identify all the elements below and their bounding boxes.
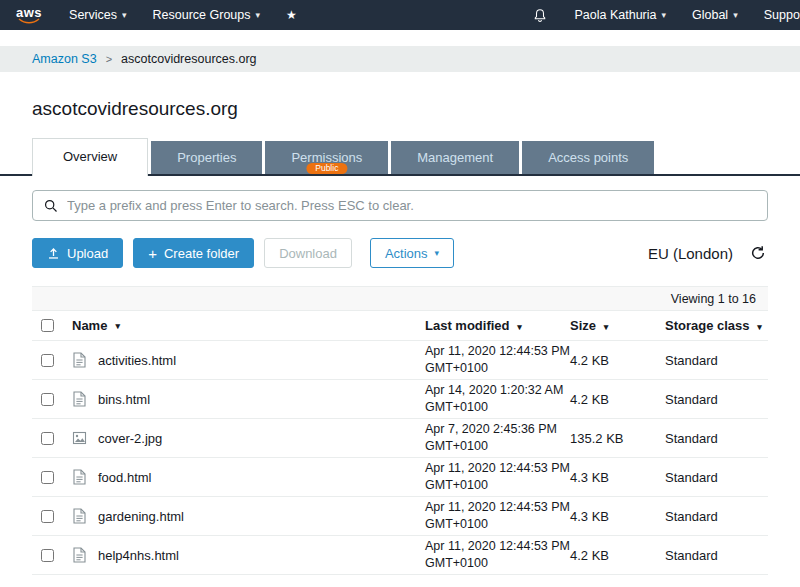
column-header-name-label: Name xyxy=(72,318,107,333)
row-checkbox[interactable] xyxy=(41,354,54,367)
table-row: help4nhs.html Apr 11, 2020 12:44:53 PM G… xyxy=(32,536,768,575)
size-cell: 4.2 KB xyxy=(570,392,665,407)
tab-access-points[interactable]: Access points xyxy=(522,141,654,174)
tab-overview[interactable]: Overview xyxy=(32,138,148,176)
size-cell: 135.2 KB xyxy=(570,431,665,446)
row-checkbox[interactable] xyxy=(41,471,54,484)
storage-class-cell: Standard xyxy=(665,470,768,485)
aws-logo[interactable]: aws xyxy=(10,7,56,24)
last-modified-date: Apr 11, 2020 12:44:53 PM xyxy=(425,460,570,477)
object-name-link[interactable]: gardening.html xyxy=(98,509,184,524)
row-checkbox[interactable] xyxy=(41,432,54,445)
row-select-cell xyxy=(32,432,72,445)
sort-arrow-icon: ▾ xyxy=(115,321,120,331)
prefix-search-input[interactable] xyxy=(67,198,756,213)
table-row: cover-2.jpg Apr 7, 2020 2:45:36 PM GMT+0… xyxy=(32,419,768,458)
table-row: activities.html Apr 11, 2020 12:44:53 PM… xyxy=(32,341,768,380)
tab-management[interactable]: Management xyxy=(391,141,519,174)
refresh-button[interactable] xyxy=(748,243,768,263)
tab-bar: Overview Properties Permissions Public M… xyxy=(0,138,800,176)
last-modified-cell: Apr 14, 2020 1:20:32 AM GMT+0100 xyxy=(425,382,570,416)
tab-label: Management xyxy=(417,150,493,165)
row-checkbox[interactable] xyxy=(41,393,54,406)
top-navbar: aws Services ▾ Resource Groups ▾ ★ Paola… xyxy=(0,0,800,30)
nav-user-label: Paola Kathuria xyxy=(574,8,656,22)
column-header-last-modified-label: Last modified xyxy=(425,318,510,333)
viewing-count: Viewing 1 to 16 xyxy=(671,292,756,306)
last-modified-cell: Apr 11, 2020 12:44:53 PM GMT+0100 xyxy=(425,460,570,494)
tab-permissions[interactable]: Permissions Public xyxy=(265,141,388,174)
last-modified-date: Apr 11, 2020 12:44:53 PM xyxy=(425,538,570,555)
create-folder-button[interactable]: + Create folder xyxy=(133,238,254,268)
notifications-button[interactable] xyxy=(519,8,561,23)
chevron-down-icon: ▾ xyxy=(122,10,127,20)
sort-arrow-icon: ▾ xyxy=(517,322,522,332)
chevron-down-icon: ▾ xyxy=(661,10,666,20)
column-header-storage-class[interactable]: Storage class ▾ xyxy=(665,318,768,333)
bell-icon xyxy=(533,8,547,23)
nav-support-label: Support xyxy=(764,8,800,22)
plus-icon: + xyxy=(148,246,157,261)
html-file-icon xyxy=(72,508,87,524)
last-modified-cell: Apr 11, 2020 12:44:53 PM GMT+0100 xyxy=(425,538,570,572)
breadcrumb-amazon-s3-link[interactable]: Amazon S3 xyxy=(32,52,97,66)
actions-button[interactable]: Actions ▾ xyxy=(370,238,454,268)
upload-button-label: Upload xyxy=(67,246,108,261)
nav-services[interactable]: Services ▾ xyxy=(56,0,139,30)
object-name-link[interactable]: bins.html xyxy=(98,392,150,407)
storage-class-cell: Standard xyxy=(665,509,768,524)
row-checkbox[interactable] xyxy=(41,510,54,523)
column-header-last-modified[interactable]: Last modified ▾ xyxy=(425,317,570,335)
nav-support-menu[interactable]: Support ▾ xyxy=(751,0,800,30)
last-modified-timezone: GMT+0100 xyxy=(425,360,570,377)
last-modified-date: Apr 11, 2020 12:44:53 PM xyxy=(425,343,570,360)
file-icon-cell xyxy=(72,469,98,485)
download-button[interactable]: Download xyxy=(264,238,352,268)
last-modified-timezone: GMT+0100 xyxy=(425,477,570,494)
nav-resource-groups[interactable]: Resource Groups ▾ xyxy=(140,0,274,30)
column-header-storage-class-label: Storage class xyxy=(665,318,750,333)
object-name-link[interactable]: help4nhs.html xyxy=(98,548,179,563)
row-checkbox[interactable] xyxy=(41,549,54,562)
create-folder-button-label: Create folder xyxy=(164,246,239,261)
row-select-cell xyxy=(32,393,72,406)
search-icon xyxy=(44,199,58,213)
size-cell: 4.2 KB xyxy=(570,353,665,368)
last-modified-timezone: GMT+0100 xyxy=(425,555,570,572)
column-header-name[interactable]: Name ▾ xyxy=(72,318,425,333)
last-modified-date: Apr 7, 2020 2:45:36 PM xyxy=(425,421,570,438)
objects-table: Viewing 1 to 16 Name ▾ Last modified ▾ S… xyxy=(32,286,768,575)
last-modified-date: Apr 14, 2020 1:20:32 AM xyxy=(425,382,570,399)
column-header-size[interactable]: Size ▾ xyxy=(570,318,665,333)
region-label: EU (London) xyxy=(648,245,733,262)
nav-services-label: Services xyxy=(69,8,117,22)
object-name-link[interactable]: cover-2.jpg xyxy=(98,431,162,446)
nav-favorites[interactable]: ★ xyxy=(273,0,310,30)
last-modified-date: Apr 11, 2020 12:44:53 PM xyxy=(425,499,570,516)
last-modified-timezone: GMT+0100 xyxy=(425,438,570,455)
html-file-icon xyxy=(72,547,87,563)
tab-label: Access points xyxy=(548,150,628,165)
storage-class-cell: Standard xyxy=(665,548,768,563)
object-name-link[interactable]: activities.html xyxy=(98,353,176,368)
upload-button[interactable]: Upload xyxy=(32,238,123,268)
select-all-checkbox[interactable] xyxy=(41,319,54,332)
file-icon-cell xyxy=(72,430,98,446)
object-toolbar: Upload + Create folder Download Actions … xyxy=(32,238,768,268)
nav-user-menu[interactable]: Paola Kathuria ▾ xyxy=(561,0,679,30)
tab-properties[interactable]: Properties xyxy=(151,141,262,174)
breadcrumb-separator: > xyxy=(106,53,112,65)
prefix-search-bar xyxy=(32,190,768,221)
table-row: food.html Apr 11, 2020 12:44:53 PM GMT+0… xyxy=(32,458,768,497)
object-name-link[interactable]: food.html xyxy=(98,470,151,485)
navbar-right: Paola Kathuria ▾ Global ▾ Support ▾ xyxy=(519,0,800,30)
nav-region-label: Global xyxy=(692,8,728,22)
object-name-cell: gardening.html xyxy=(98,509,425,524)
actions-button-label: Actions xyxy=(385,246,428,261)
table-body: activities.html Apr 11, 2020 12:44:53 PM… xyxy=(32,341,768,575)
storage-class-cell: Standard xyxy=(665,392,768,407)
region-group: EU (London) xyxy=(648,243,768,263)
nav-region-menu[interactable]: Global ▾ xyxy=(679,0,751,30)
row-select-cell xyxy=(32,354,72,367)
chevron-down-icon: ▾ xyxy=(435,248,440,258)
